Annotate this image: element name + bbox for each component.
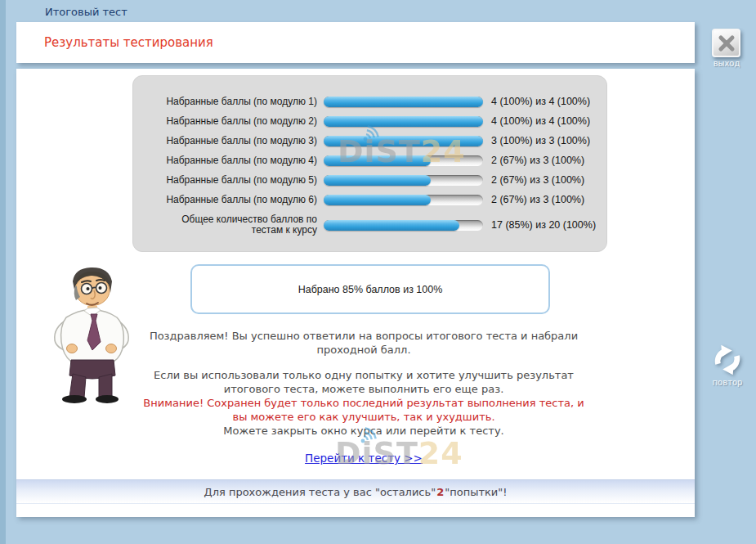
progress-bar-module-5 <box>324 175 483 186</box>
stat-row: Набранные баллы (по модулю 1) 4 (100%) и… <box>133 92 606 111</box>
repeat-button[interactable] <box>709 342 746 378</box>
progress-bar-module-6 <box>324 195 483 205</box>
exit-button-label: выход <box>702 59 751 68</box>
stat-value: 2 (67%) из 3 (100%) <box>491 155 584 166</box>
stat-row-total: Общее количество баллов по тестам к курс… <box>133 209 606 241</box>
progress-bar-fill <box>324 155 431 166</box>
score-summary-text: Набрано 85% баллов из 100% <box>298 284 443 295</box>
stat-label: Набранные баллы (по модулю 1) <box>133 97 317 107</box>
attempts-text-suffix: "попытки"! <box>445 486 507 498</box>
stat-value: 2 (67%) из 3 (100%) <box>491 174 584 186</box>
stat-label: Набранные баллы (по модулю 5) <box>133 175 317 186</box>
window-left-edge <box>0 0 6 544</box>
attempts-remaining-bar: Для прохождения теста у вас "остались" 2… <box>16 479 695 504</box>
stat-label: Набранные баллы (по модулю 3) <box>133 136 317 146</box>
progress-bar-module-4 <box>324 155 483 166</box>
progress-bar-fill <box>324 116 483 127</box>
progress-bar-module-2 <box>324 116 483 127</box>
attempts-count: 2 <box>436 486 444 498</box>
stat-value: 3 (100%) из 3 (100%) <box>491 135 590 146</box>
progress-bar-total <box>324 220 483 231</box>
progress-bar-fill <box>324 195 431 205</box>
progress-bar-fill <box>324 136 483 146</box>
progress-bar-module-1 <box>324 97 483 107</box>
congratulation-text: Поздравляем! Вы успешно ответили на вопр… <box>135 329 593 357</box>
close-icon <box>717 34 736 53</box>
exit-button[interactable] <box>712 29 740 57</box>
stat-value: 4 (100%) из 4 (100%) <box>491 96 590 107</box>
page-title: Результаты тестирования <box>44 35 213 50</box>
results-header-panel: Результаты тестирования <box>16 22 695 63</box>
result-message-block: Поздравляем! Вы успешно ответили на вопр… <box>123 329 605 465</box>
stat-row: Набранные баллы (по модулю 2) 4 (100%) и… <box>133 111 606 131</box>
warning-text: Внимание! Сохранен будет только последни… <box>135 396 593 424</box>
stat-value: 17 (85%) из 20 (100%) <box>491 219 596 231</box>
retry-info-text: Если вы использовали только одну попытку… <box>135 368 593 396</box>
repeat-button-label: повтор <box>703 378 752 387</box>
score-stats-panel: Набранные баллы (по модулю 1) 4 (100%) и… <box>132 75 607 252</box>
window-title: Итоговый тест <box>45 6 127 18</box>
stat-row: Набранные баллы (по модулю 3) 3 (100%) и… <box>133 131 606 151</box>
refresh-icon <box>709 342 746 378</box>
progress-bar-fill <box>324 97 483 107</box>
stat-value: 4 (100%) из 4 (100%) <box>491 115 590 127</box>
progress-bar-module-3 <box>324 136 483 146</box>
results-main-panel: Набранные баллы (по модулю 1) 4 (100%) и… <box>16 69 695 517</box>
stat-value: 2 (67%) из 3 (100%) <box>491 194 584 205</box>
go-to-test-link[interactable]: Перейти к тесту >> <box>305 452 423 465</box>
stat-row: Набранные баллы (по модулю 6) 2 (67%) из… <box>133 190 606 209</box>
attempts-text-prefix: Для прохождения теста у вас "остались" <box>204 486 436 498</box>
stat-label: Набранные баллы (по модулю 4) <box>133 155 317 166</box>
stat-label: Набранные баллы (по модулю 2) <box>133 116 317 127</box>
stat-label: Набранные баллы (по модулю 6) <box>133 195 317 205</box>
stat-row: Набранные баллы (по модулю 4) 2 (67%) из… <box>133 151 606 170</box>
stat-label: Общее количество баллов по тестам к курс… <box>133 214 317 236</box>
stat-row: Набранные баллы (по модулю 5) 2 (67%) из… <box>133 170 606 190</box>
progress-bar-fill <box>324 175 431 186</box>
progress-bar-fill <box>324 220 459 231</box>
close-or-retry-text: Можете закрыть окно курса или перейти к … <box>135 424 593 438</box>
score-summary-box: Набрано 85% баллов из 100% <box>190 264 550 314</box>
